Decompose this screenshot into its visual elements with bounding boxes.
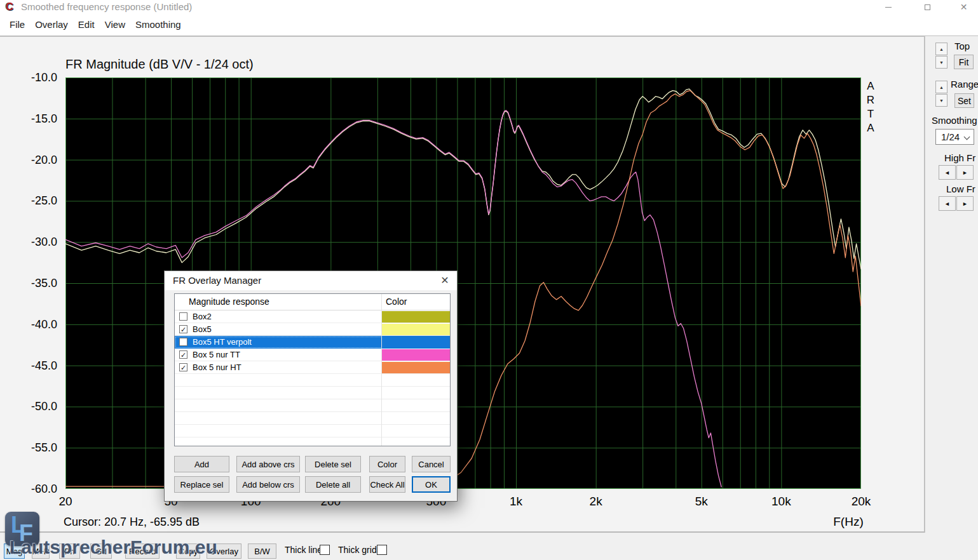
smoothing-value: 1/24	[941, 131, 960, 142]
color-button[interactable]: Color	[369, 456, 405, 472]
menu-item-edit[interactable]: Edit	[73, 14, 100, 35]
checkbox-box5-ht-verpolt[interactable]	[179, 338, 187, 346]
high-fr-right-button[interactable]: ►	[956, 165, 974, 180]
list-item-empty	[175, 425, 450, 437]
list-item-box5[interactable]: ✓Box5	[175, 323, 450, 336]
color-swatch-box5-ht-verpolt[interactable]	[382, 337, 451, 348]
cursor-readout: Cursor: 20.7 Hz, -65.95 dB	[64, 516, 200, 529]
thick-grid-label: Thick grid	[338, 545, 377, 555]
title-bar: C Smoothed frequency response (Untitled)…	[0, 0, 978, 14]
menu-item-smoothing[interactable]: Smoothing	[130, 14, 186, 35]
menu-item-overlay[interactable]: Overlay	[30, 14, 73, 35]
overlay-list: Magnitude response Color Box2✓Box5Box5 H…	[174, 293, 451, 446]
smoothing-dropdown[interactable]: 1/24	[935, 129, 974, 145]
x-tick-2k: 2k	[577, 495, 615, 509]
checkbox-box5[interactable]: ✓	[179, 325, 187, 333]
column-magnitude-response: Magnitude response	[189, 297, 269, 307]
y-tick--55.0: -55.0	[13, 441, 57, 455]
lautsprecherforum-watermark: LautsprecherForum.eu	[10, 537, 217, 558]
list-item-empty	[175, 437, 450, 446]
arta-watermark: ARTA	[863, 79, 878, 135]
top-spin-down-icon[interactable]: ▼	[935, 56, 947, 69]
checkbox-box-5-nur-ht[interactable]: ✓	[179, 363, 187, 371]
chevron-down-icon	[964, 134, 970, 140]
dialog-close-icon[interactable]: ✕	[435, 272, 454, 289]
x-tick-20: 20	[46, 495, 85, 509]
high-fr-left-button[interactable]: ◄	[939, 165, 956, 180]
list-item-label: Box 5 nur HT	[193, 363, 241, 372]
column-color: Color	[386, 297, 407, 307]
y-tick--45.0: -45.0	[13, 359, 57, 373]
low-fr-left-button[interactable]: ◄	[939, 196, 956, 211]
thick-grid-checkbox[interactable]	[377, 545, 387, 555]
check-all-button[interactable]: Check All	[369, 476, 405, 493]
maximize-button[interactable]	[913, 0, 942, 14]
range-label: Range	[951, 79, 978, 90]
list-item-empty	[175, 399, 450, 412]
color-swatch-box-5-nur-tt[interactable]	[382, 349, 451, 361]
checkbox-box-5-nur-tt[interactable]: ✓	[179, 350, 187, 359]
range-spin-down-icon[interactable]: ▼	[935, 94, 947, 107]
list-item-label: Box2	[193, 312, 212, 321]
color-swatch-box5[interactable]	[382, 324, 451, 335]
add-below-crs-button[interactable]: Add below crs	[236, 476, 300, 493]
top-spin-up-icon[interactable]: ▲	[935, 43, 947, 55]
fit-button[interactable]: Fit	[954, 55, 974, 69]
menu-item-view[interactable]: View	[100, 14, 130, 35]
y-tick--15.0: -15.0	[13, 112, 57, 126]
list-item-box-5-nur-tt[interactable]: ✓Box 5 nur TT	[175, 349, 450, 361]
low-fr-right-button[interactable]: ►	[956, 196, 974, 211]
thick-line-label: Thick line	[285, 545, 322, 555]
replace-sel-button[interactable]: Replace sel	[174, 476, 229, 493]
y-tick--25.0: -25.0	[13, 194, 57, 208]
list-item-box2[interactable]: Box2	[175, 310, 450, 323]
y-tick--30.0: -30.0	[13, 236, 57, 249]
thick-line-checkbox[interactable]	[320, 545, 330, 555]
arta-app-icon: C	[3, 1, 16, 13]
list-item-empty	[175, 387, 450, 399]
y-tick--10.0: -10.0	[13, 71, 57, 84]
cancel-button[interactable]: Cancel	[412, 456, 451, 472]
app-window: C Smoothed frequency response (Untitled)…	[0, 0, 978, 560]
smoothing-label: Smoothing	[932, 115, 977, 126]
y-tick--40.0: -40.0	[13, 318, 57, 331]
toolbar-b-w-button[interactable]: B/W	[248, 543, 276, 559]
chart-title: FR Magnitude (dB V/V - 1/24 oct)	[65, 57, 254, 72]
list-item-label: Box 5 nur TT	[193, 350, 240, 359]
dialog-title: FR Overlay Manager	[173, 275, 261, 286]
list-item-box-5-nur-ht[interactable]: ✓Box 5 nur HT	[175, 361, 450, 374]
add-above-crs-button[interactable]: Add above crs	[236, 456, 300, 472]
color-swatch-box2[interactable]	[382, 311, 451, 323]
color-swatch-box-5-nur-ht[interactable]	[382, 362, 451, 373]
x-axis-label: F(Hz)	[813, 515, 883, 529]
range-spin-up-icon[interactable]: ▲	[935, 81, 947, 93]
list-item-empty	[175, 374, 450, 387]
high-fr-label: High Fr	[944, 152, 975, 163]
low-fr-label: Low Fr	[946, 183, 975, 194]
window-title: Smoothed frequency response (Untitled)	[21, 1, 192, 12]
ok-button[interactable]: OK	[412, 476, 451, 493]
column-divider	[381, 294, 382, 446]
list-item-box5-ht-verpolt[interactable]: Box5 HT verpolt	[175, 336, 450, 349]
y-tick--20.0: -20.0	[13, 154, 57, 167]
set-button[interactable]: Set	[954, 93, 974, 108]
overlay-list-header: Magnitude response Color	[175, 294, 450, 310]
x-tick-5k: 5k	[683, 495, 721, 509]
menu-bar: FileOverlayEditViewSmoothing	[0, 14, 978, 35]
list-item-empty	[175, 412, 450, 425]
list-item-label: Box5 HT verpolt	[193, 337, 252, 347]
checkbox-box2[interactable]	[179, 312, 187, 321]
delete-all-button[interactable]: Delete all	[305, 476, 361, 493]
close-button[interactable]: ✕	[949, 0, 978, 14]
y-tick--35.0: -35.0	[13, 277, 57, 290]
top-label: Top	[954, 41, 970, 51]
y-tick--60.0: -60.0	[13, 483, 57, 496]
minimize-button[interactable]	[874, 0, 902, 14]
add-button[interactable]: Add	[174, 456, 229, 472]
panel-divider	[925, 36, 925, 560]
x-tick-1k: 1k	[497, 495, 535, 509]
menu-item-file[interactable]: File	[4, 14, 30, 35]
y-tick--50.0: -50.0	[13, 400, 57, 413]
delete-sel-button[interactable]: Delete sel	[305, 456, 361, 472]
dialog-title-bar: FR Overlay Manager ✕	[165, 271, 457, 290]
